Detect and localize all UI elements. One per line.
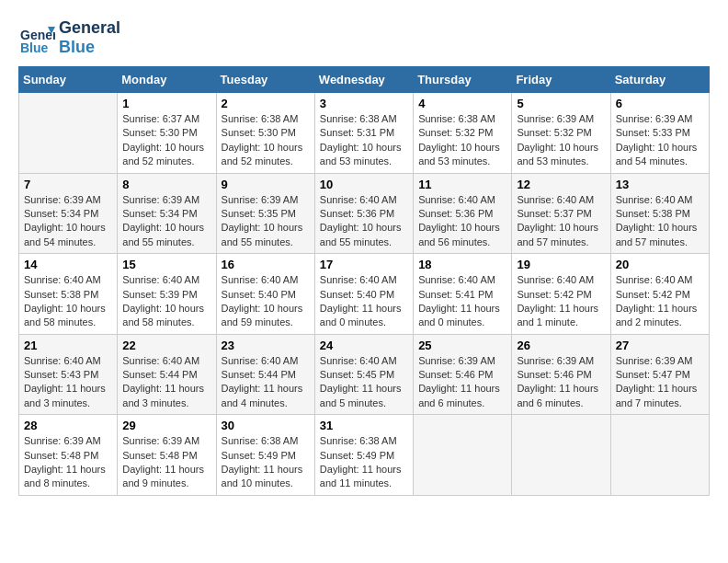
week-row-4: 21Sunrise: 6:40 AM Sunset: 5:43 PM Dayli… [19, 334, 710, 415]
day-number: 9 [222, 178, 310, 191]
day-info: Sunrise: 6:39 AM Sunset: 5:46 PM Dayligh… [418, 354, 506, 411]
calendar-cell: 13Sunrise: 6:40 AM Sunset: 5:38 PM Dayli… [610, 173, 709, 254]
calendar-cell: 30Sunrise: 6:38 AM Sunset: 5:49 PM Dayli… [216, 415, 314, 496]
weekday-header-wednesday: Wednesday [314, 67, 413, 93]
day-info: Sunrise: 6:37 AM Sunset: 5:30 PM Dayligh… [122, 112, 210, 169]
day-info: Sunrise: 6:38 AM Sunset: 5:49 PM Dayligh… [222, 434, 310, 491]
week-row-2: 7Sunrise: 6:39 AM Sunset: 5:34 PM Daylig… [19, 173, 710, 254]
calendar-cell: 27Sunrise: 6:39 AM Sunset: 5:47 PM Dayli… [610, 334, 709, 415]
weekday-header-friday: Friday [512, 67, 610, 93]
day-info: Sunrise: 6:40 AM Sunset: 5:42 PM Dayligh… [616, 273, 704, 330]
weekday-header-row: SundayMondayTuesdayWednesdayThursdayFrid… [19, 67, 710, 93]
calendar-cell [414, 415, 512, 496]
calendar-cell: 29Sunrise: 6:39 AM Sunset: 5:48 PM Dayli… [118, 415, 216, 496]
day-info: Sunrise: 6:39 AM Sunset: 5:35 PM Dayligh… [222, 193, 310, 250]
day-number: 21 [24, 339, 112, 352]
day-info: Sunrise: 6:40 AM Sunset: 5:38 PM Dayligh… [24, 273, 112, 330]
logo: General Blue General Blue [18, 18, 120, 57]
day-number: 12 [517, 178, 605, 191]
calendar-table: SundayMondayTuesdayWednesdayThursdayFrid… [18, 66, 710, 496]
calendar-cell: 12Sunrise: 6:40 AM Sunset: 5:37 PM Dayli… [512, 173, 610, 254]
week-row-1: 1Sunrise: 6:37 AM Sunset: 5:30 PM Daylig… [19, 93, 710, 174]
calendar-cell: 4Sunrise: 6:38 AM Sunset: 5:32 PM Daylig… [414, 93, 512, 174]
day-info: Sunrise: 6:39 AM Sunset: 5:33 PM Dayligh… [616, 112, 704, 169]
calendar-cell: 2Sunrise: 6:38 AM Sunset: 5:30 PM Daylig… [216, 93, 314, 174]
day-info: Sunrise: 6:39 AM Sunset: 5:48 PM Dayligh… [24, 434, 112, 491]
calendar-cell: 28Sunrise: 6:39 AM Sunset: 5:48 PM Dayli… [19, 415, 118, 496]
day-number: 26 [517, 339, 605, 352]
day-info: Sunrise: 6:40 AM Sunset: 5:43 PM Dayligh… [24, 354, 112, 411]
day-number: 28 [24, 419, 112, 432]
week-row-3: 14Sunrise: 6:40 AM Sunset: 5:38 PM Dayli… [19, 254, 710, 335]
weekday-header-saturday: Saturday [610, 67, 709, 93]
day-info: Sunrise: 6:40 AM Sunset: 5:42 PM Dayligh… [517, 273, 605, 330]
day-number: 1 [122, 97, 210, 110]
day-number: 30 [222, 419, 310, 432]
day-info: Sunrise: 6:38 AM Sunset: 5:31 PM Dayligh… [320, 112, 408, 169]
day-number: 25 [418, 339, 506, 352]
calendar-cell: 22Sunrise: 6:40 AM Sunset: 5:44 PM Dayli… [118, 334, 216, 415]
day-number: 11 [418, 178, 506, 191]
calendar-cell: 14Sunrise: 6:40 AM Sunset: 5:38 PM Dayli… [19, 254, 118, 335]
calendar-body: 1Sunrise: 6:37 AM Sunset: 5:30 PM Daylig… [19, 93, 710, 496]
day-info: Sunrise: 6:38 AM Sunset: 5:32 PM Dayligh… [418, 112, 506, 169]
logo-blue: Blue [59, 38, 120, 57]
day-info: Sunrise: 6:39 AM Sunset: 5:47 PM Dayligh… [616, 354, 704, 411]
calendar-cell: 6Sunrise: 6:39 AM Sunset: 5:33 PM Daylig… [610, 93, 709, 174]
day-info: Sunrise: 6:40 AM Sunset: 5:36 PM Dayligh… [320, 193, 408, 250]
day-number: 13 [616, 178, 704, 191]
day-number: 7 [24, 178, 112, 191]
day-info: Sunrise: 6:40 AM Sunset: 5:41 PM Dayligh… [418, 273, 506, 330]
day-number: 18 [418, 258, 506, 271]
day-number: 16 [222, 258, 310, 271]
weekday-header-tuesday: Tuesday [216, 67, 314, 93]
calendar-cell: 25Sunrise: 6:39 AM Sunset: 5:46 PM Dayli… [414, 334, 512, 415]
logo-general: General [59, 18, 120, 38]
calendar-cell: 18Sunrise: 6:40 AM Sunset: 5:41 PM Dayli… [414, 254, 512, 335]
calendar-cell: 9Sunrise: 6:39 AM Sunset: 5:35 PM Daylig… [216, 173, 314, 254]
calendar-header: SundayMondayTuesdayWednesdayThursdayFrid… [19, 67, 710, 93]
calendar-cell: 10Sunrise: 6:40 AM Sunset: 5:36 PM Dayli… [314, 173, 413, 254]
day-number: 20 [616, 258, 704, 271]
calendar-cell: 3Sunrise: 6:38 AM Sunset: 5:31 PM Daylig… [314, 93, 413, 174]
day-info: Sunrise: 6:40 AM Sunset: 5:44 PM Dayligh… [222, 354, 310, 411]
day-number: 8 [122, 178, 210, 191]
day-number: 22 [122, 339, 210, 352]
calendar-cell: 19Sunrise: 6:40 AM Sunset: 5:42 PM Dayli… [512, 254, 610, 335]
calendar-cell: 11Sunrise: 6:40 AM Sunset: 5:36 PM Dayli… [414, 173, 512, 254]
page-header: General Blue General Blue [18, 18, 710, 57]
day-number: 6 [616, 97, 704, 110]
calendar-cell: 31Sunrise: 6:38 AM Sunset: 5:49 PM Dayli… [314, 415, 413, 496]
svg-text:Blue: Blue [20, 40, 49, 55]
day-number: 17 [320, 258, 408, 271]
day-number: 15 [122, 258, 210, 271]
day-number: 5 [517, 97, 605, 110]
calendar-cell: 5Sunrise: 6:39 AM Sunset: 5:32 PM Daylig… [512, 93, 610, 174]
day-info: Sunrise: 6:40 AM Sunset: 5:45 PM Dayligh… [320, 354, 408, 411]
week-row-5: 28Sunrise: 6:39 AM Sunset: 5:48 PM Dayli… [19, 415, 710, 496]
day-number: 23 [222, 339, 310, 352]
calendar-cell [512, 415, 610, 496]
calendar-cell: 17Sunrise: 6:40 AM Sunset: 5:40 PM Dayli… [314, 254, 413, 335]
day-number: 10 [320, 178, 408, 191]
day-number: 27 [616, 339, 704, 352]
day-info: Sunrise: 6:40 AM Sunset: 5:40 PM Dayligh… [222, 273, 310, 330]
calendar-cell: 24Sunrise: 6:40 AM Sunset: 5:45 PM Dayli… [314, 334, 413, 415]
day-number: 2 [222, 97, 310, 110]
day-info: Sunrise: 6:38 AM Sunset: 5:30 PM Dayligh… [222, 112, 310, 169]
day-number: 19 [517, 258, 605, 271]
day-info: Sunrise: 6:40 AM Sunset: 5:38 PM Dayligh… [616, 193, 704, 250]
calendar-cell: 15Sunrise: 6:40 AM Sunset: 5:39 PM Dayli… [118, 254, 216, 335]
day-info: Sunrise: 6:40 AM Sunset: 5:40 PM Dayligh… [320, 273, 408, 330]
calendar-cell: 23Sunrise: 6:40 AM Sunset: 5:44 PM Dayli… [216, 334, 314, 415]
day-number: 29 [122, 419, 210, 432]
calendar-cell: 21Sunrise: 6:40 AM Sunset: 5:43 PM Dayli… [19, 334, 118, 415]
day-info: Sunrise: 6:39 AM Sunset: 5:32 PM Dayligh… [517, 112, 605, 169]
calendar-cell: 20Sunrise: 6:40 AM Sunset: 5:42 PM Dayli… [610, 254, 709, 335]
weekday-header-monday: Monday [118, 67, 216, 93]
day-info: Sunrise: 6:40 AM Sunset: 5:39 PM Dayligh… [122, 273, 210, 330]
weekday-header-thursday: Thursday [414, 67, 512, 93]
day-info: Sunrise: 6:38 AM Sunset: 5:49 PM Dayligh… [320, 434, 408, 491]
day-info: Sunrise: 6:40 AM Sunset: 5:37 PM Dayligh… [517, 193, 605, 250]
calendar-cell [19, 93, 118, 174]
